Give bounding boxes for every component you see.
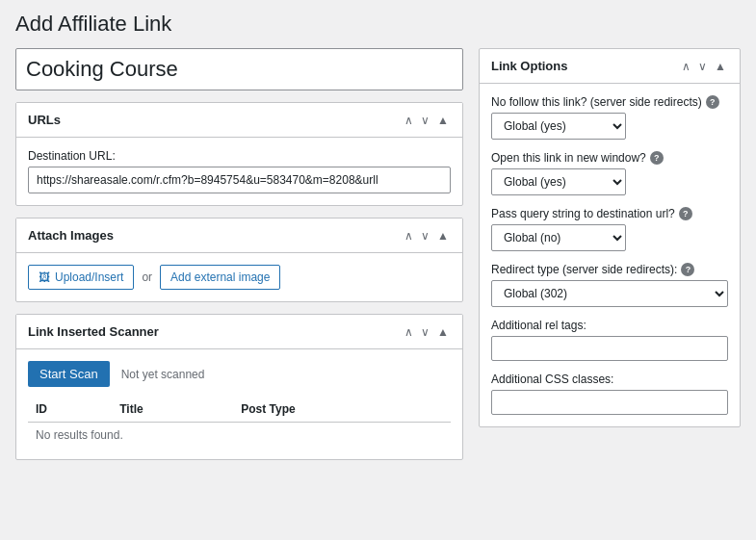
- page-wrapper: Add Affiliate Link URLs ∧ ∨ ▲ Destinatio…: [0, 0, 756, 472]
- image-actions: 🖼 Upload/Insert or Add external image: [28, 265, 451, 290]
- new-window-select[interactable]: Global (yes) Global (no) Yes No: [491, 168, 626, 195]
- col-title: Title: [112, 397, 233, 423]
- start-scan-button[interactable]: Start Scan: [28, 361, 110, 387]
- scanner-panel-controls: ∧ ∨ ▲: [403, 326, 451, 338]
- left-column: URLs ∧ ∨ ▲ Destination URL: Attach Image…: [15, 48, 463, 460]
- urls-panel-body: Destination URL:: [16, 138, 462, 205]
- link-options-header: Link Options ∧ ∨ ▲: [480, 49, 740, 84]
- option-redirect-type: Redirect type (server side redirects): ?…: [491, 263, 728, 307]
- rel-tags-label: Additional rel tags:: [491, 319, 728, 332]
- urls-panel-title: URLs: [28, 113, 61, 127]
- destination-url-label: Destination URL:: [28, 149, 451, 163]
- attach-images-collapse-btn[interactable]: ▲: [435, 230, 451, 242]
- or-text: or: [142, 270, 152, 284]
- new-window-help-icon[interactable]: ?: [650, 151, 664, 165]
- scanner-panel: Link Inserted Scanner ∧ ∨ ▲ Start Scan N…: [15, 314, 463, 460]
- query-string-help-icon[interactable]: ?: [679, 207, 692, 220]
- scanner-table-header-row: ID Title Post Type: [28, 397, 451, 423]
- link-options-collapse-btn[interactable]: ▲: [713, 61, 728, 72]
- right-column: Link Options ∧ ∨ ▲ No follow this link? …: [479, 48, 741, 427]
- scanner-up-btn[interactable]: ∧: [403, 326, 415, 338]
- query-string-select[interactable]: Global (yes) Global (no) Yes No: [491, 224, 626, 251]
- rel-tags-input[interactable]: [491, 336, 728, 361]
- attach-images-up-btn[interactable]: ∧: [403, 230, 415, 242]
- scanner-table-body: No results found.: [28, 423, 451, 449]
- not-scanned-text: Not yet scanned: [121, 368, 205, 381]
- scanner-table: ID Title Post Type No results found.: [28, 397, 451, 448]
- no-follow-select[interactable]: Global (yes) Global (no) Yes No: [491, 113, 626, 140]
- redirect-type-help-icon[interactable]: ?: [681, 263, 694, 276]
- upload-icon: 🖼: [39, 270, 50, 284]
- query-string-label: Pass query string to destination url? ?: [491, 207, 728, 220]
- link-options-down-btn[interactable]: ∨: [696, 61, 709, 72]
- css-classes-label: Additional CSS classes:: [491, 373, 728, 386]
- link-options-controls: ∧ ∨ ▲: [680, 61, 728, 72]
- attach-images-panel-header: Attach Images ∧ ∨ ▲: [16, 219, 462, 253]
- urls-collapse-down-btn[interactable]: ∨: [419, 115, 431, 126]
- new-window-label: Open this link in new window? ?: [491, 151, 728, 165]
- page-title: Add Affiliate Link: [15, 12, 741, 37]
- col-post-type: Post Type: [233, 397, 451, 423]
- scanner-table-head: ID Title Post Type: [28, 397, 451, 423]
- link-options-body: No follow this link? (server side redire…: [480, 84, 740, 426]
- scanner-down-btn[interactable]: ∨: [419, 326, 431, 338]
- urls-collapse-up-btn[interactable]: ∧: [403, 115, 415, 126]
- option-rel-tags: Additional rel tags:: [491, 319, 728, 361]
- upload-insert-label: Upload/Insert: [55, 270, 123, 284]
- option-no-follow: No follow this link? (server side redire…: [491, 95, 728, 140]
- link-options-panel: Link Options ∧ ∨ ▲ No follow this link? …: [479, 48, 741, 427]
- main-layout: URLs ∧ ∨ ▲ Destination URL: Attach Image…: [15, 48, 741, 460]
- option-new-window: Open this link in new window? ? Global (…: [491, 151, 728, 195]
- scanner-collapse-btn[interactable]: ▲: [435, 326, 451, 338]
- css-classes-input[interactable]: [491, 390, 728, 415]
- scanner-top-row: Start Scan Not yet scanned: [28, 361, 451, 387]
- option-query-string: Pass query string to destination url? ? …: [491, 207, 728, 251]
- no-results-cell: No results found.: [28, 423, 451, 449]
- scanner-panel-title: Link Inserted Scanner: [28, 324, 159, 339]
- link-title-input[interactable]: [15, 48, 463, 90]
- scanner-panel-header: Link Inserted Scanner ∧ ∨ ▲: [16, 315, 462, 349]
- urls-panel-controls: ∧ ∨ ▲: [403, 115, 451, 126]
- attach-images-panel: Attach Images ∧ ∨ ▲ 🖼 Upload/Insert or: [15, 218, 463, 302]
- redirect-type-select[interactable]: Global (302) Global (301) 302 301: [491, 280, 728, 307]
- attach-images-panel-body: 🖼 Upload/Insert or Add external image: [16, 253, 462, 301]
- scanner-panel-body: Start Scan Not yet scanned ID Title Post…: [16, 349, 462, 459]
- destination-url-input[interactable]: [28, 167, 451, 193]
- attach-images-panel-controls: ∧ ∨ ▲: [403, 230, 451, 242]
- col-id: ID: [28, 397, 112, 423]
- attach-images-down-btn[interactable]: ∨: [419, 230, 431, 242]
- no-follow-help-icon[interactable]: ?: [706, 95, 719, 109]
- add-external-image-label: Add external image: [170, 270, 270, 284]
- attach-images-panel-title: Attach Images: [28, 228, 114, 243]
- urls-collapse-btn[interactable]: ▲: [435, 115, 451, 126]
- link-options-up-btn[interactable]: ∧: [680, 61, 692, 72]
- urls-panel-header: URLs ∧ ∨ ▲: [16, 103, 462, 138]
- no-follow-label: No follow this link? (server side redire…: [491, 95, 728, 109]
- no-results-row: No results found.: [28, 423, 451, 449]
- redirect-type-label: Redirect type (server side redirects): ?: [491, 263, 728, 276]
- add-external-image-button[interactable]: Add external image: [160, 265, 280, 290]
- option-css-classes: Additional CSS classes:: [491, 373, 728, 415]
- upload-insert-button[interactable]: 🖼 Upload/Insert: [28, 265, 134, 290]
- urls-panel: URLs ∧ ∨ ▲ Destination URL:: [15, 102, 463, 206]
- link-options-title: Link Options: [491, 59, 567, 73]
